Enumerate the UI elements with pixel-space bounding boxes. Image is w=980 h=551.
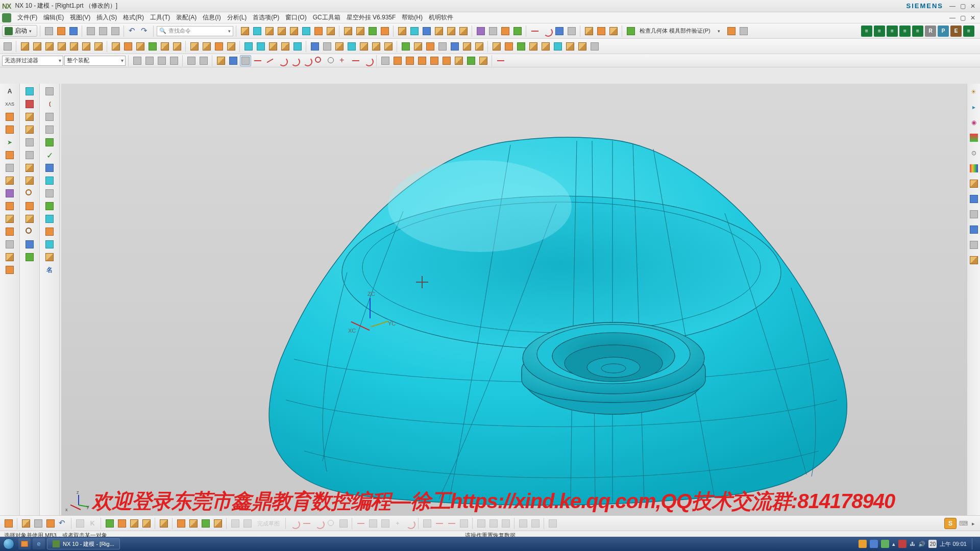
command-search-input[interactable]: 🔍查找命令 ▾ (157, 26, 233, 36)
lc1-group-icon[interactable] (3, 188, 16, 199)
bt-g2-icon[interactable] (530, 518, 541, 529)
more-geom3-icon[interactable] (608, 26, 619, 37)
bt-c3-icon[interactable] (313, 518, 325, 529)
axis-icon[interactable] (487, 26, 499, 37)
an8-icon[interactable] (577, 41, 588, 52)
paste-icon[interactable] (110, 26, 121, 37)
excel2-tile-icon[interactable]: ≡ (874, 26, 885, 37)
menu-insert[interactable]: 插入(S) (93, 12, 120, 23)
tray-clock[interactable]: 上午 09:01 (940, 540, 967, 548)
rpt-r-tile-icon[interactable]: R (925, 26, 936, 37)
lc3-check-icon[interactable]: ✓ (43, 149, 56, 161)
bt-cube-icon[interactable] (20, 518, 32, 529)
measure-face-icon[interactable] (566, 26, 577, 37)
unite-icon[interactable] (433, 26, 445, 37)
lc2-sheet-icon[interactable] (23, 86, 36, 97)
extrude-icon[interactable] (288, 26, 300, 37)
snap6-icon[interactable] (453, 55, 464, 66)
bt-lock2-icon[interactable] (242, 518, 253, 529)
rt-pin-icon[interactable]: ▸ (969, 102, 979, 112)
bt-dim2-icon[interactable]: K (87, 518, 98, 529)
mirror-icon[interactable] (409, 26, 420, 37)
lc2-surf-icon[interactable] (23, 213, 36, 224)
menu-gctoolbox[interactable]: GC工具箱 (310, 12, 344, 23)
tray-up-icon[interactable]: ▴ (892, 541, 895, 547)
tray-ime-num[interactable]: 20 (928, 540, 937, 548)
rt-settings-icon[interactable]: ☀ (969, 87, 979, 97)
menu-jiming-soft[interactable]: 机明软件 (426, 12, 456, 23)
lc2-oring-icon[interactable] (23, 226, 36, 237)
bt-e4-icon[interactable] (458, 518, 470, 529)
rt-render-icon[interactable] (969, 133, 979, 143)
sketch-icon[interactable] (2, 41, 13, 52)
lc3-skew-icon[interactable]: ⟮ (43, 98, 56, 110)
sel-rect-icon[interactable] (186, 55, 197, 66)
lc3-num-icon[interactable] (43, 252, 56, 263)
bt-g1-icon[interactable] (518, 518, 529, 529)
pattern-icon[interactable] (397, 26, 408, 37)
lc1-layers-icon[interactable] (3, 111, 16, 122)
lc2-rect2-icon[interactable] (23, 149, 36, 161)
lc3-star-icon[interactable] (43, 137, 56, 148)
rt-add-icon[interactable] (969, 194, 979, 204)
cone-icon[interactable] (264, 26, 275, 37)
menu-help[interactable]: 帮助(H) (399, 12, 426, 23)
assembly-scope-combo[interactable]: 整个装配 (64, 56, 126, 66)
lc3-grid-icon[interactable] (43, 124, 56, 135)
bt-d2-icon[interactable] (368, 518, 379, 529)
rt-more-icon[interactable] (969, 255, 979, 265)
lc2-swap-icon[interactable] (23, 175, 36, 186)
rt-cog-icon[interactable] (969, 179, 979, 189)
grid-icon[interactable] (380, 55, 391, 66)
save-icon[interactable] (68, 26, 79, 37)
bt-e2-icon[interactable] (434, 518, 445, 529)
close-button[interactable]: ✕ (968, 2, 977, 10)
sphere-icon[interactable] (276, 26, 287, 37)
menu-starsky-plugin[interactable]: 星空外挂 V6.935F (344, 12, 399, 23)
chamfer-icon[interactable] (379, 26, 390, 37)
ie-taskbtn[interactable]: e (33, 538, 45, 549)
lc1-xas-icon[interactable]: XΛS (3, 98, 16, 110)
bt-undo2-icon[interactable] (57, 518, 68, 529)
disp-tangent-icon[interactable] (362, 55, 374, 66)
bt-c5-icon[interactable] (338, 518, 349, 529)
disp-spline-icon[interactable] (289, 55, 300, 66)
surf2-icon[interactable] (255, 41, 266, 52)
tray-vol-icon[interactable]: 🔊 (918, 541, 925, 547)
rpt-p-tile-icon[interactable]: P (938, 26, 949, 37)
an4-icon[interactable] (528, 41, 539, 52)
feat9-icon[interactable] (213, 41, 225, 52)
sel-add-icon[interactable] (198, 55, 209, 66)
an1-icon[interactable] (491, 41, 502, 52)
intersect-icon[interactable] (458, 26, 469, 37)
lc1-pen-icon[interactable] (3, 149, 16, 161)
lc1-hide-icon[interactable] (3, 252, 16, 263)
sweep-icon[interactable] (313, 26, 324, 37)
revolve-icon[interactable] (301, 26, 312, 37)
bt-layer-icon[interactable] (33, 518, 44, 529)
surf1-icon[interactable] (243, 41, 254, 52)
rt-spectrum-icon[interactable] (969, 163, 979, 173)
bt-lock-icon[interactable] (230, 518, 241, 529)
restore-button[interactable]: ▢ (958, 2, 967, 10)
snap4-icon[interactable] (429, 55, 440, 66)
rt-stack-icon[interactable] (969, 224, 979, 235)
disp-shade-icon[interactable] (240, 55, 251, 66)
solid3-icon[interactable] (93, 41, 104, 52)
op2-icon[interactable] (322, 41, 333, 52)
menu-tools[interactable]: 工具(T) (147, 12, 173, 23)
lc1-copy-icon[interactable] (3, 175, 16, 186)
disp-curve-icon[interactable] (277, 55, 288, 66)
op11-icon[interactable] (437, 41, 448, 52)
block-icon[interactable] (19, 41, 31, 52)
disp-slash-icon[interactable] (350, 55, 361, 66)
sel-lasso-icon[interactable] (156, 55, 167, 66)
disp-arc-icon[interactable] (301, 55, 312, 66)
snap3-icon[interactable] (416, 55, 428, 66)
sel-face-icon[interactable] (168, 55, 180, 66)
an5-icon[interactable] (540, 41, 551, 52)
bt-snap-icon[interactable] (158, 518, 169, 529)
validate-dropdown-icon[interactable]: ▾ (714, 26, 725, 37)
an2-icon[interactable] (503, 41, 514, 52)
op14-icon[interactable] (474, 41, 485, 52)
